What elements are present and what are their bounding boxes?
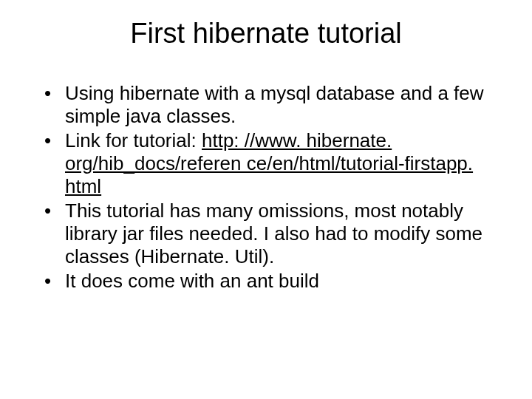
list-item: Using hibernate with a mysql database an…	[44, 82, 502, 127]
bullet-prefix: Link for tutorial:	[65, 129, 202, 151]
bullet-text: This tutorial has many omissions, most n…	[65, 200, 482, 267]
list-item: Link for tutorial: http: //www. hibernat…	[44, 129, 502, 197]
list-item: This tutorial has many omissions, most n…	[44, 200, 502, 267]
bullet-list: Using hibernate with a mysql database an…	[22, 82, 510, 293]
bullet-text: It does come with an ant build	[65, 270, 319, 292]
list-item: It does come with an ant build	[44, 270, 502, 293]
bullet-text: Using hibernate with a mysql database an…	[65, 82, 484, 127]
slide-title: First hibernate tutorial	[22, 18, 510, 50]
slide: First hibernate tutorial Using hibernate…	[0, 0, 532, 399]
